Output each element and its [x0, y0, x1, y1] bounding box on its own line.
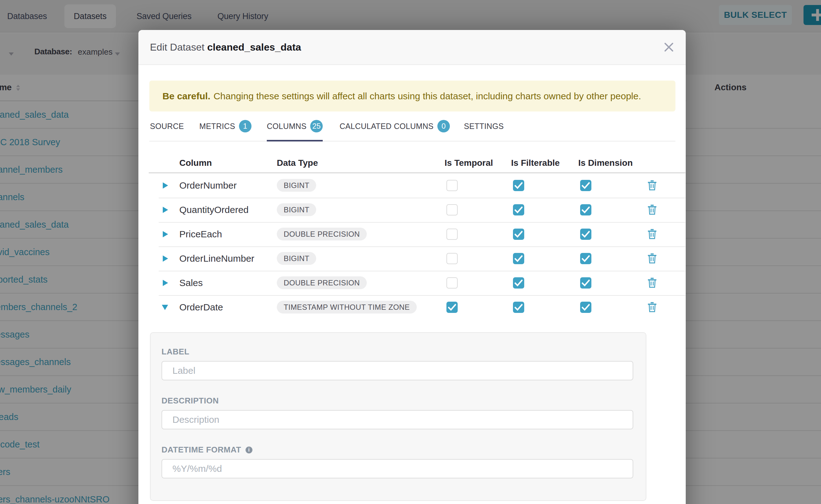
is-filterable-checkbox[interactable] [513, 277, 524, 289]
collapse-caret-icon[interactable] [162, 305, 168, 310]
close-icon [663, 41, 675, 53]
tab-calculated-columns[interactable]: CALCULATED COLUMNS0 [339, 119, 450, 133]
expand-caret-icon[interactable] [163, 255, 168, 262]
data-type-pill: BIGINT [277, 179, 316, 192]
column-header: Is Temporal [445, 158, 511, 172]
expand-caret-icon[interactable] [163, 207, 168, 213]
tab-count-badge: 0 [438, 120, 450, 132]
column-row-expanded: OrderDate TIMESTAMP WITHOUT TIME ZONE [149, 295, 685, 319]
tab-label: CALCULATED COLUMNS [339, 122, 434, 131]
is-filterable-checkbox[interactable] [513, 229, 524, 240]
field-label-text: LABEL [161, 347, 189, 357]
description-field-label: DESCRIPTION [161, 396, 633, 406]
column-row: QuantityOrdered BIGINT [149, 198, 685, 222]
tab-settings[interactable]: SETTINGS [464, 119, 504, 133]
label-input[interactable] [161, 361, 633, 380]
is-dimension-checkbox[interactable] [580, 229, 591, 240]
is-filterable-checkbox[interactable] [513, 253, 524, 264]
modal-title: Edit Dataset cleaned_sales_data [150, 42, 301, 53]
delete-icon[interactable] [647, 253, 657, 264]
tab-columns[interactable]: COLUMNS25 [267, 119, 323, 133]
delete-icon[interactable] [647, 228, 657, 239]
close-button[interactable] [662, 40, 676, 54]
tab-label: SETTINGS [464, 122, 504, 131]
datetime-format-input[interactable] [161, 459, 633, 478]
data-type-pill: BIGINT [277, 203, 316, 216]
column-row: Sales DOUBLE PRECISION [149, 271, 685, 295]
warning-bold-text: Be careful. [162, 91, 210, 101]
delete-icon[interactable] [647, 277, 657, 288]
is-temporal-checkbox[interactable] [447, 277, 458, 289]
description-input[interactable] [161, 410, 633, 429]
is-dimension-checkbox[interactable] [580, 302, 591, 313]
data-type-pill: DOUBLE PRECISION [277, 228, 367, 240]
tab-count-badge: 1 [239, 120, 251, 132]
column-header: Data Type [277, 158, 445, 172]
expand-caret-icon[interactable] [163, 231, 168, 237]
datetime-format-field-label: DATETIME FORMATi [161, 445, 633, 455]
column-name: Sales [179, 278, 277, 288]
tab-metrics[interactable]: METRICS1 [199, 119, 251, 133]
expand-caret-icon[interactable] [163, 182, 168, 189]
modal-title-dataset-name: cleaned_sales_data [207, 42, 301, 53]
modal-tabs: SOURCE METRICS1 COLUMNS25 CALCULATED COL… [149, 119, 675, 141]
tab-label: SOURCE [150, 122, 184, 131]
is-dimension-checkbox[interactable] [580, 204, 591, 215]
column-header: Is Filterable [511, 158, 578, 172]
column-name: OrderNumber [179, 180, 277, 191]
column-name: OrderLineNumber [179, 253, 277, 264]
tab-count-badge: 25 [310, 120, 323, 132]
is-dimension-checkbox[interactable] [580, 253, 591, 264]
column-name: OrderDate [179, 302, 277, 313]
is-filterable-checkbox[interactable] [513, 204, 524, 215]
edit-dataset-modal: Edit Dataset cleaned_sales_data Be caref… [138, 30, 686, 504]
delete-icon[interactable] [647, 180, 657, 190]
is-filterable-checkbox[interactable] [513, 302, 524, 313]
info-icon[interactable]: i [245, 447, 252, 453]
field-label-text: DESCRIPTION [161, 396, 219, 406]
data-type-pill: TIMESTAMP WITHOUT TIME ZONE [277, 301, 417, 314]
column-row: OrderNumber BIGINT [149, 173, 685, 198]
is-temporal-checkbox[interactable] [447, 253, 458, 264]
tab-source[interactable]: SOURCE [150, 119, 184, 133]
column-row: OrderLineNumber BIGINT [149, 246, 685, 271]
is-filterable-checkbox[interactable] [513, 180, 524, 191]
tab-label: COLUMNS [267, 122, 306, 131]
field-label-text: DATETIME FORMAT [161, 445, 241, 455]
column-name: QuantityOrdered [179, 205, 277, 215]
modal-title-prefix: Edit Dataset [150, 42, 207, 53]
is-temporal-checkbox[interactable] [447, 302, 458, 313]
warning-banner: Be careful.Changing these settings will … [149, 81, 675, 111]
delete-icon[interactable] [647, 204, 657, 215]
is-dimension-checkbox[interactable] [580, 277, 591, 289]
warning-text: Changing these settings will affect all … [213, 91, 641, 101]
columns-table: Column Data Type Is Temporal Is Filterab… [149, 141, 685, 319]
is-temporal-checkbox[interactable] [447, 229, 458, 240]
delete-icon[interactable] [647, 301, 657, 312]
label-field-label: LABEL [161, 347, 633, 357]
columns-table-header: Column Data Type Is Temporal Is Filterab… [149, 141, 685, 173]
tab-label: METRICS [199, 122, 235, 131]
column-name: PriceEach [179, 229, 277, 240]
expand-caret-icon[interactable] [163, 280, 168, 286]
column-row: PriceEach DOUBLE PRECISION [149, 222, 685, 246]
column-detail-panel: LABEL DESCRIPTION DATETIME FORMATi [150, 332, 646, 501]
modal-body: Be careful.Changing these settings will … [138, 81, 686, 501]
is-temporal-checkbox[interactable] [447, 204, 458, 215]
data-type-pill: DOUBLE PRECISION [277, 276, 367, 289]
column-header: Is Dimension [578, 158, 647, 172]
modal-header: Edit Dataset cleaned_sales_data [138, 30, 686, 65]
is-temporal-checkbox[interactable] [447, 180, 458, 191]
is-dimension-checkbox[interactable] [580, 180, 591, 191]
data-type-pill: BIGINT [277, 252, 316, 265]
column-header: Column [179, 158, 277, 172]
